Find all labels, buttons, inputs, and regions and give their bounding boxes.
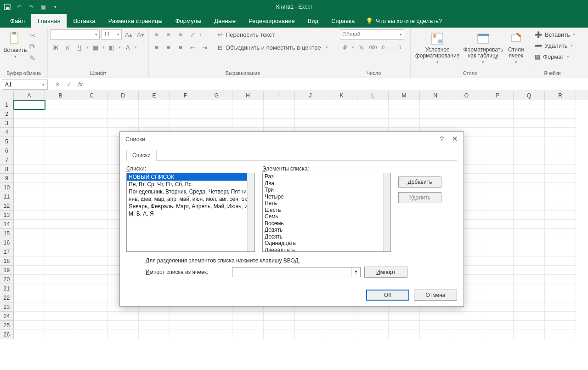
cell[interactable]: [545, 100, 576, 109]
cell[interactable]: [14, 192, 45, 201]
cell[interactable]: [482, 220, 514, 229]
cell[interactable]: [545, 137, 576, 146]
cell[interactable]: [514, 192, 545, 201]
cell[interactable]: [482, 247, 514, 256]
italic-button[interactable]: К: [62, 42, 73, 52]
tell-me[interactable]: 💡 Что вы хотите сделать?: [366, 14, 442, 28]
cell[interactable]: [545, 109, 576, 119]
cell[interactable]: [107, 321, 139, 330]
cell[interactable]: [45, 183, 76, 192]
cell[interactable]: [514, 330, 545, 339]
cell[interactable]: [264, 119, 295, 128]
cell[interactable]: [45, 109, 76, 119]
cell[interactable]: [357, 321, 389, 330]
cell[interactable]: [514, 201, 545, 211]
cell[interactable]: [482, 128, 514, 137]
cell[interactable]: [326, 321, 357, 330]
cell[interactable]: [45, 119, 76, 128]
cell[interactable]: [420, 109, 451, 119]
format-cells-button[interactable]: ▤Формат▾: [533, 51, 571, 62]
cell[interactable]: [232, 312, 264, 321]
cell[interactable]: [514, 100, 545, 109]
cell[interactable]: [14, 302, 45, 312]
cell[interactable]: [545, 312, 576, 321]
cell[interactable]: [357, 100, 389, 109]
cell[interactable]: [45, 266, 76, 275]
cell[interactable]: [482, 146, 514, 155]
cell[interactable]: [482, 201, 514, 211]
cell[interactable]: [14, 247, 45, 256]
cell[interactable]: [232, 119, 264, 128]
cell[interactable]: [514, 146, 545, 155]
cell[interactable]: [14, 137, 45, 146]
align-center-icon[interactable]: ≡: [164, 42, 174, 52]
column-header[interactable]: L: [357, 91, 389, 100]
column-header[interactable]: I: [264, 91, 295, 100]
enter-formula-icon[interactable]: ✓: [67, 81, 72, 88]
cell[interactable]: [170, 321, 201, 330]
close-icon[interactable]: ✕: [452, 135, 458, 143]
cell[interactable]: [451, 100, 482, 109]
cell[interactable]: [482, 238, 514, 247]
cut-icon[interactable]: ✂: [29, 31, 35, 40]
cell[interactable]: [389, 119, 420, 128]
cell[interactable]: [295, 330, 326, 339]
row-header[interactable]: 6: [0, 146, 14, 155]
cell[interactable]: [514, 119, 545, 128]
cell[interactable]: [45, 275, 76, 284]
custom-lists-listbox[interactable]: НОВЫЙ СПИСОКПн, Вт, Ср, Чт, Пт, Сб, ВсПо…: [126, 173, 255, 252]
fx-icon[interactable]: fx: [78, 81, 83, 88]
column-header[interactable]: Q: [514, 91, 545, 100]
orientation-icon[interactable]: ⤢: [187, 29, 198, 40]
row-header[interactable]: 16: [0, 238, 14, 247]
range-picker-icon[interactable]: ⭱: [351, 268, 360, 277]
cell[interactable]: [107, 330, 139, 339]
cell[interactable]: [76, 137, 107, 146]
cell[interactable]: [420, 119, 451, 128]
tab-review[interactable]: Рецензирование: [242, 14, 301, 28]
help-icon[interactable]: ?: [440, 135, 444, 143]
cell[interactable]: [76, 238, 107, 247]
cell[interactable]: [514, 211, 545, 220]
accounting-icon[interactable]: ₽: [340, 42, 350, 52]
cell[interactable]: [326, 109, 357, 119]
cell[interactable]: [76, 312, 107, 321]
cell[interactable]: [76, 201, 107, 211]
import-button[interactable]: Импорт: [364, 267, 407, 278]
cell[interactable]: [482, 256, 514, 266]
cell[interactable]: [482, 119, 514, 128]
tab-insert[interactable]: Вставка: [67, 14, 102, 28]
conditional-formatting-button[interactable]: Условное форматирование▾: [413, 29, 461, 64]
cell[interactable]: [357, 109, 389, 119]
number-format-combo[interactable]: Общий▾: [340, 29, 404, 40]
font-name-combo[interactable]: ▾: [51, 29, 100, 40]
cell[interactable]: [357, 312, 389, 321]
cell[interactable]: [482, 312, 514, 321]
column-header[interactable]: M: [389, 91, 420, 100]
cell[interactable]: [389, 100, 420, 109]
increase-font-icon[interactable]: A▴: [124, 29, 134, 40]
cell[interactable]: [514, 183, 545, 192]
cell[interactable]: [482, 183, 514, 192]
cell[interactable]: [139, 109, 170, 119]
cell[interactable]: [76, 229, 107, 238]
row-header[interactable]: 24: [0, 312, 14, 321]
cell[interactable]: [451, 109, 482, 119]
cell[interactable]: [201, 109, 232, 119]
row-header[interactable]: 21: [0, 284, 14, 293]
cell[interactable]: [45, 302, 76, 312]
cell[interactable]: [139, 312, 170, 321]
cell[interactable]: [295, 119, 326, 128]
cell[interactable]: [514, 321, 545, 330]
copy-icon[interactable]: ⧉: [29, 43, 35, 51]
row-header[interactable]: 20: [0, 275, 14, 284]
row-header[interactable]: 10: [0, 183, 14, 192]
font-color-icon[interactable]: A: [123, 42, 133, 52]
cell[interactable]: [451, 330, 482, 339]
cell[interactable]: [14, 238, 45, 247]
cell[interactable]: [76, 146, 107, 155]
cell[interactable]: [14, 109, 45, 119]
cell[interactable]: [76, 119, 107, 128]
font-size-combo[interactable]: 11▾: [102, 29, 122, 40]
camera-icon[interactable]: ▣: [40, 3, 47, 11]
